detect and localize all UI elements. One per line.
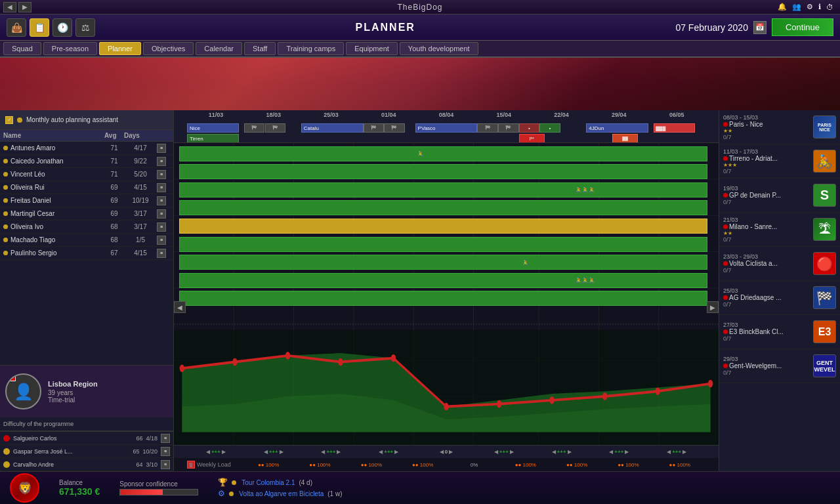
race-item[interactable]: 19/03 GP de Denain P... 0/7 S [719,178,840,213]
sponsor-fill [120,490,163,495]
tab-calendar[interactable]: Calendar [196,42,242,55]
header-icons[interactable]: 👜 📋 🕐 ⚖ [7,18,95,37]
diff-cell[interactable]: ◀ 0 ▶ [417,449,475,455]
upcoming-race-item: ⚙ Volta ao Algarve em Bicicleta (1 w) [218,489,342,498]
forward-arrow[interactable]: ▶ [18,2,32,12]
rider-table: Antunes Amaro 71 4/17 ≡ Caicedo Jonathan… [0,142,173,365]
info-icon[interactable]: ℹ [818,3,821,11]
chart-container: ◀ ▶ [174,143,719,471]
race-item[interactable]: 21/03 Milano - Sanre... ★★ 0/7 🏝 [719,213,840,247]
race-banners-row1: Nice Catalu PVasco 🏁 🏁 🏁 🏁 4JDun 🏁 🏁 ▪ ▪… [187,123,705,134]
rider-row[interactable]: Paulinho Sergio 67 4/15 ≡ [0,247,173,260]
balance-value: 671,330 € [59,486,100,497]
rider-days: 3/17 [124,223,157,230]
tab-training-camps[interactable]: Training camps [278,42,344,55]
rider-options-icon[interactable]: ≡ [157,157,166,166]
rider-options-icon[interactable]: ≡ [157,249,166,258]
diff-cell[interactable]: ◀ +++ ▶ [648,449,705,455]
rider-row[interactable]: Machado Tiago 68 1/5 ≡ [0,234,173,247]
rider-row[interactable]: Martingil Cesar 69 3/17 ≡ [0,207,173,220]
rider-options-icon[interactable]: ≡ [157,196,166,205]
rider-row[interactable]: Vincent Léo 71 5/20 ≡ [0,168,173,181]
tab-objectives[interactable]: Objectives [143,42,194,55]
timer-icon[interactable]: ⏱ [826,3,833,11]
rider-bar-7: 🚴🚴🚴 [179,273,707,288]
chart-scroll-right[interactable]: ▶ [707,301,719,313]
rider-performance-bars: 🚴 🚴🚴🚴 🚴 🚴🚴 [174,143,719,445]
rider-options-icon[interactable]: ≡ [157,144,166,153]
rider-options-icon[interactable]: ≡ [157,170,166,179]
squad-icon-btn[interactable]: 👜 [7,18,26,37]
race-marker-end: ▓▓▓ [654,123,695,133]
back-arrow[interactable]: ◀ [3,2,16,12]
rider-name: Freitas Daniel [3,197,104,204]
gear-icon[interactable]: ⚙ [807,3,813,11]
diff-cell[interactable]: ◀ +++ ▶ [187,449,245,455]
top-icons[interactable]: 🔔 👥 ⚙ ℹ ⏱ [778,3,833,11]
tab-planner[interactable]: Planner [99,42,141,55]
week-label: 01/04 [360,112,417,122]
rider-row[interactable]: Antunes Amaro 71 4/17 ≡ [0,142,173,155]
race-item[interactable]: 23/03 - 29/03 Volta Ciclista a... 0/7 🔴 [719,247,840,281]
rider-bar-4 [179,219,707,234]
diff-cell[interactable]: ◀ +++ ▶ [303,449,360,455]
rider-options-icon[interactable]: ≡ [157,222,166,232]
race-item[interactable]: 27/03 E3 BinckBank Cl... 0/7 E3 [719,315,840,349]
rider-options-icon[interactable]: ≡ [157,183,166,192]
tab-preseason[interactable]: Pre-season [43,42,97,55]
rider-row[interactable]: Freitas Daniel 69 10/19 ≡ [0,194,173,207]
upcoming-race-name[interactable]: Volta ao Algarve em Bicicleta [239,490,324,497]
tab-squad[interactable]: Squad [3,42,41,55]
diff-cell[interactable]: ◀ +++ ▶ [245,449,303,455]
race-banner-catalu[interactable]: Catalu [301,123,364,133]
rider-row[interactable]: Caicedo Jonathan 71 9/22 ≡ [0,155,173,168]
race-banner-nice[interactable]: Nice [187,123,239,133]
race-item[interactable]: 11/03 - 17/03 Tirreno - Adriat... ★★★ 0/… [719,144,840,178]
race-dot [232,480,236,485]
upcoming-race-name[interactable]: Tour Colombia 2.1 [242,479,295,486]
race-banner-tirren[interactable]: Tirren [187,134,239,143]
delete-icon[interactable]: 🗑 [187,461,195,469]
race-item[interactable]: 08/03 - 15/03 Paris - Nice ★★ 0/7 PARISN… [719,110,840,144]
clock-icon-btn[interactable]: 🕐 [52,18,72,37]
rider-options-icon[interactable]: ≡ [161,447,170,456]
people-icon[interactable]: 👥 [792,3,801,11]
diff-cell[interactable]: ◀ +++ ▶ [590,449,648,455]
tab-youth-development[interactable]: Youth development [400,42,478,55]
tab-equipment[interactable]: Equipment [346,42,398,55]
diff-cell[interactable]: ◀ +++ ▶ [360,449,417,455]
rider-options-icon[interactable]: ≡ [161,460,170,469]
race-item[interactable]: 25/03 AG Driedaagse ... 0/7 🏁 [719,281,840,315]
race-banners-row2: Tirren P* ▓▓ [187,134,705,143]
race-logo: E3 [813,320,836,343]
diff-cell[interactable]: ◀ +++ ▶ [475,449,533,455]
race-banner-pvasco[interactable]: PVasco [415,123,478,133]
rider-name: Oliveira Rui [3,184,104,191]
race-logo: S [813,184,836,207]
race-marker: 🏁 [364,123,385,133]
rider-options-icon[interactable]: ≡ [161,434,170,443]
calendar-icon[interactable]: 📅 [753,21,766,34]
race-banner-4jdun[interactable]: 4JDun [586,123,648,133]
race-item[interactable]: 29/03 Gent-Wevelgem... 0/7 GENTWEVEL [719,349,840,383]
profile-role: Time-trial [48,396,98,404]
scale-icon-btn[interactable]: ⚖ [75,18,95,37]
rider-row[interactable]: Oliveira Ivo 68 3/17 ≡ [0,220,173,234]
auto-planning-checkbox[interactable]: ✓ [5,116,13,124]
tab-staff[interactable]: Staff [244,42,276,55]
weekly-load-label: 🗑 Weekly Load [187,461,240,469]
continue-button[interactable]: Continue [772,18,833,36]
bell-icon[interactable]: 🔔 [778,3,787,11]
chart-scroll-left[interactable]: ◀ [174,301,186,313]
week-label: 25/03 [303,112,360,122]
load-cell: ●● 100% [654,462,705,468]
rider-options-icon[interactable]: ≡ [157,209,166,219]
rider-options-icon[interactable]: ≡ [157,236,166,245]
diff-cell[interactable]: ◀ +++ ▶ [533,449,591,455]
timeline-header: 11/03 18/03 25/03 01/04 08/04 15/04 22/0… [174,110,719,143]
rider-row[interactable]: Oliveira Rui 69 4/15 ≡ [0,181,173,194]
race-time: (1 w) [327,490,342,497]
planner-icon-btn[interactable]: 📋 [30,18,49,37]
nav-arrows[interactable]: ◀ ▶ [3,2,32,12]
rider-name: Antunes Amaro [3,144,104,152]
